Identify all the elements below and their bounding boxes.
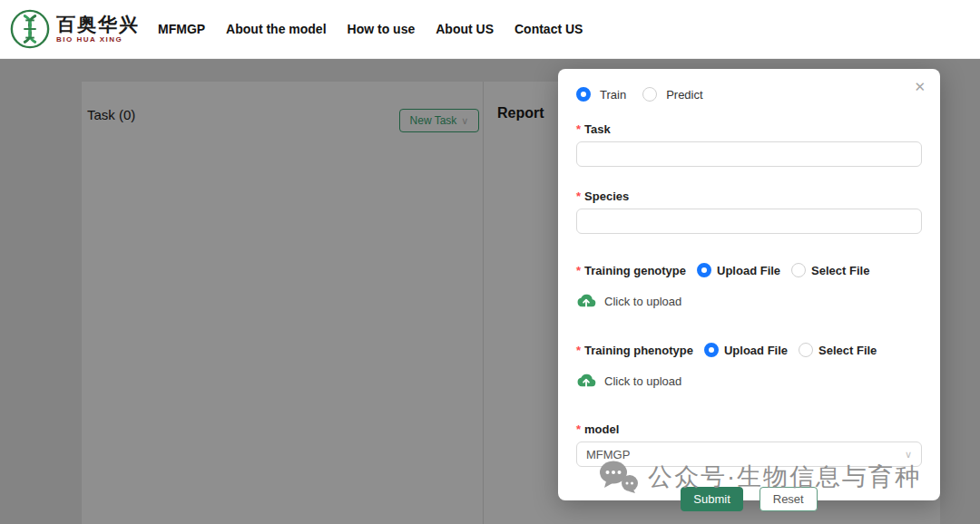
cloud-upload-icon — [576, 372, 596, 390]
reset-button[interactable]: Reset — [760, 487, 818, 511]
required-mark: * — [576, 264, 581, 277]
training-phenotype-label: Training phenotype — [584, 344, 693, 357]
new-task-modal: ✕ Train Predict * Task * Species * Train… — [558, 69, 940, 500]
dna-logo-icon — [9, 8, 51, 50]
species-label-text: Species — [584, 189, 629, 203]
model-select-value: MFMGP — [586, 448, 630, 461]
cloud-upload-icon — [576, 292, 596, 310]
phenotype-select-file-radio[interactable] — [799, 343, 813, 357]
required-mark: * — [576, 422, 581, 436]
genotype-select-file-label[interactable]: Select File — [811, 264, 869, 277]
submit-button[interactable]: Submit — [681, 487, 742, 511]
nav-item-how-to-use[interactable]: How to use — [348, 22, 416, 36]
training-genotype-row: * Training genotype Upload File Select F… — [576, 261, 922, 279]
train-radio-label[interactable]: Train — [600, 88, 626, 102]
task-field-label: * Task — [576, 121, 922, 136]
model-select[interactable]: MFMGP ∨ — [576, 442, 922, 467]
modal-footer: Submit Reset — [576, 487, 922, 511]
predict-radio-label[interactable]: Predict — [666, 88, 702, 102]
required-mark: * — [576, 189, 581, 203]
required-mark: * — [576, 344, 581, 357]
species-input[interactable] — [576, 209, 922, 234]
training-genotype-label: Training genotype — [584, 264, 686, 277]
task-label-text: Task — [584, 122, 611, 136]
genotype-upload-file-radio[interactable] — [697, 263, 711, 277]
species-field-label: * Species — [576, 189, 922, 203]
phenotype-select-file-label[interactable]: Select File — [818, 344, 877, 357]
predict-radio[interactable] — [642, 87, 657, 102]
nav-item-about-us[interactable]: About US — [436, 22, 494, 36]
genotype-upload-text: Click to upload — [604, 295, 681, 308]
required-mark: * — [576, 122, 581, 136]
task-input[interactable] — [576, 141, 922, 167]
phenotype-upload-button[interactable]: Click to upload — [576, 371, 922, 391]
genotype-select-file-radio[interactable] — [791, 263, 806, 277]
phenotype-upload-text: Click to upload — [604, 374, 681, 388]
header: 百奥华兴 BIO HUA XING MFMGP About the model … — [0, 0, 980, 59]
training-phenotype-row: * Training phenotype Upload File Select … — [576, 341, 922, 359]
genotype-upload-file-label[interactable]: Upload File — [717, 264, 780, 277]
nav-item-about-the-model[interactable]: About the model — [226, 22, 326, 36]
mode-radio-group: Train Predict — [576, 85, 922, 103]
phenotype-upload-file-radio[interactable] — [704, 343, 719, 357]
logo-subtitle: BIO HUA XING — [56, 36, 140, 44]
close-icon[interactable]: ✕ — [914, 80, 926, 93]
main-nav: MFMGP About the model How to use About U… — [158, 22, 583, 36]
train-radio[interactable] — [576, 87, 591, 102]
model-field-label: * model — [576, 422, 922, 436]
nav-item-contact-us[interactable]: Contact US — [514, 22, 583, 36]
phenotype-upload-file-label[interactable]: Upload File — [724, 344, 788, 357]
chevron-down-icon: ∨ — [905, 449, 912, 461]
model-label-text: model — [584, 422, 619, 436]
logo-title: 百奥华兴 — [56, 15, 140, 34]
logo[interactable]: 百奥华兴 BIO HUA XING — [9, 8, 140, 50]
nav-item-mfmgp[interactable]: MFMGP — [158, 22, 205, 36]
genotype-upload-button[interactable]: Click to upload — [576, 291, 922, 311]
